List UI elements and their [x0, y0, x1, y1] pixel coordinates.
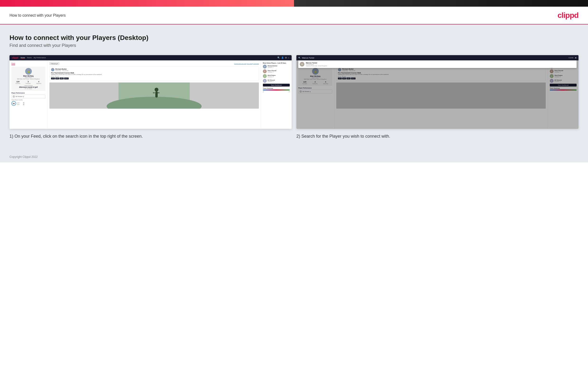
following-button[interactable]: Following ▾	[49, 62, 59, 65]
person-avatar	[51, 68, 54, 71]
nav-my-performance[interactable]: My Performance	[34, 57, 46, 59]
activity-desc: Walking the course with my coach to buil…	[51, 74, 257, 75]
result-club: Cypress Point Club, United Kingdom	[306, 65, 327, 66]
team-dashboard-button[interactable]: Team Dashboard	[263, 84, 290, 87]
close-button[interactable]: ✕	[575, 56, 577, 59]
profile-section: ⛳ Blair McHarg Golf Coach Mill Ride Golf…	[11, 66, 45, 91]
chevron-icon: ▾	[23, 96, 24, 97]
person-name: Richard Butler	[55, 68, 68, 70]
player-perf-section-2: Player Performance Eli Vincent ▾	[298, 87, 332, 93]
activity-title: Pre Tournament Course Walk	[51, 72, 257, 74]
latest-activity-name: Afternoon round of golf	[13, 86, 44, 88]
feed-tab[interactable]: Feed	[11, 63, 15, 65]
followers-count: 3	[26, 81, 31, 83]
tag-arg: ARG	[60, 77, 64, 79]
tag-ott: OTT	[51, 77, 55, 79]
search-icon-overlay: 🔍	[298, 57, 301, 59]
heatmap-labels: -5+5	[263, 91, 290, 92]
footer: Copyright Clippd 2022	[0, 151, 588, 162]
player2-acts: Activities: 4	[268, 71, 276, 73]
player-select-name: Eli Vincent	[16, 96, 22, 97]
nav-home[interactable]: Home	[21, 57, 25, 59]
profile-avatar-2: ⛳	[312, 68, 319, 75]
main-content: How to connect with your Players (Deskto…	[0, 25, 588, 151]
heatmap-title: Team Heatmap	[263, 87, 290, 89]
quality-row-app: APP 70	[17, 104, 24, 105]
duration: 02 hr : 00 min	[51, 76, 257, 77]
player-perf-title-2: Player Performance	[298, 87, 332, 89]
activity-card: Richard Butler Yesterday · The Grove Pre…	[49, 66, 259, 81]
result-info: Marcus Turner 1-5 Handicap Cypress Point…	[306, 62, 327, 66]
activity-tags: OTT APP ARG PUTT	[51, 77, 257, 79]
active-player-3: H Hiral Pujara Activities: 3	[263, 74, 290, 78]
result-club-2: Cypress Point Club, United Kingdom	[306, 65, 327, 66]
activity-date: Yesterday · The Grove	[55, 70, 68, 71]
result-name: Marcus Turner	[306, 62, 327, 64]
ott-label: OTT	[17, 102, 20, 104]
most-active-title: Most Active Players - Last 30 days	[263, 62, 290, 64]
player-perf-section: Player Performance Eli Vincent ▾ Total P…	[11, 92, 45, 106]
header: How to connect with your Players clippd	[0, 7, 588, 25]
nav-teams[interactable]: Teams	[27, 57, 32, 59]
golf-illustration	[49, 83, 259, 109]
screenshot-block-1: clippd Home Teams My Performance 🔍 👤 ⚙ ○	[9, 55, 292, 139]
user-icon[interactable]: 👤	[281, 56, 284, 59]
player4-acts: Activities: 1	[268, 81, 275, 82]
app-middle-panel-2: Following ▾ Control who can see your act…	[334, 60, 548, 129]
active-player-4: E Eli Vincent Activities: 1	[263, 79, 290, 83]
activities-label: Activities	[16, 83, 20, 84]
svg-rect-5	[157, 92, 160, 93]
app-nav-1: clippd Home Teams My Performance 🔍 👤 ⚙ ○	[9, 55, 292, 60]
svg-rect-4	[153, 92, 155, 93]
top-bar	[0, 0, 588, 7]
search-result-dropdown[interactable]: M Marcus Turner 1-5 Handicap Cypress Poi…	[298, 60, 577, 68]
player-perf-title: Player Performance	[11, 92, 45, 94]
app-right-panel-2: Most Active Players - Last 30 days R Ric…	[548, 60, 579, 129]
player-select[interactable]: Eli Vincent ▾	[11, 95, 45, 98]
heatmap-bar	[263, 89, 290, 91]
control-link[interactable]: Control who can see your activity and da…	[234, 63, 259, 64]
activities-count: 129	[16, 81, 20, 83]
hero-title: How to connect with your Players (Deskto…	[9, 34, 579, 42]
tag-putt: PUTT	[64, 77, 69, 79]
profile-avatar: ⛳	[25, 68, 32, 75]
clear-button[interactable]: CLEAR	[569, 57, 573, 58]
avatar-icon[interactable]: ○	[288, 56, 289, 59]
nav-icons-1: 🔍 👤 ⚙ ○	[277, 56, 289, 59]
profile-stats-2: 129Activities 3Followers 4Following	[300, 81, 331, 84]
footer-text: Copyright Clippd 2022	[9, 155, 38, 158]
search-input-value[interactable]: Marcus Turner	[302, 57, 567, 59]
app-right-panel: Most Active Players - Last 30 days R Ric…	[261, 60, 292, 129]
search-icon[interactable]: 🔍	[277, 56, 280, 59]
caption-2: 2) Search for the Player you wish to con…	[296, 133, 579, 139]
golf-image-2	[336, 83, 546, 109]
logo: clippd	[558, 11, 579, 20]
following-label: Following	[36, 83, 41, 84]
settings-icon[interactable]: ⚙	[285, 56, 287, 59]
following-chevron: ▾	[57, 63, 58, 64]
screenshot-block-2: clippd Home Teams My Performance 🔍 👤 ⚙	[296, 55, 579, 139]
app-logo-1: clippd	[12, 56, 18, 59]
player1-acts: Activities: 7	[268, 66, 277, 68]
profile-name-2: Blair McHarg	[300, 75, 331, 77]
player-avatar-small	[13, 95, 15, 98]
followers-label: Followers	[26, 83, 31, 84]
search-overlay: 🔍 Marcus Turner CLEAR ✕	[296, 55, 579, 60]
hero-subtitle: Find and connect with your Players	[9, 43, 579, 48]
golf-image	[49, 83, 259, 109]
active-player-2: P Piers Parnell Activities: 4	[263, 69, 290, 73]
app-mockup-1: clippd Home Teams My Performance 🔍 👤 ⚙ ○	[9, 55, 292, 129]
profile-stats: 129 Activities 3 Followers 4	[13, 81, 44, 84]
profile-section-2: ⛳ Blair McHarg Golf Coach Mill Ride Golf…	[298, 66, 332, 86]
app-left-panel: Feed ⛳ Blair McHarg Golf Coach Mill Ride…	[9, 60, 47, 129]
latest-activity-date: 27 Jul 2022	[13, 88, 44, 89]
screenshot-1: clippd Home Teams My Performance 🔍 👤 ⚙ ○	[9, 55, 292, 129]
screenshot-2: clippd Home Teams My Performance 🔍 👤 ⚙	[296, 55, 579, 129]
player3-acts: Activities: 3	[268, 76, 275, 77]
player-select-2: Eli Vincent ▾	[298, 90, 332, 93]
nav-items-1: Home Teams My Performance	[21, 57, 46, 59]
score-circle: 84	[11, 101, 16, 106]
svg-point-2	[155, 88, 158, 92]
svg-rect-3	[155, 92, 158, 97]
quality-label: Total Player Quality	[11, 99, 45, 101]
